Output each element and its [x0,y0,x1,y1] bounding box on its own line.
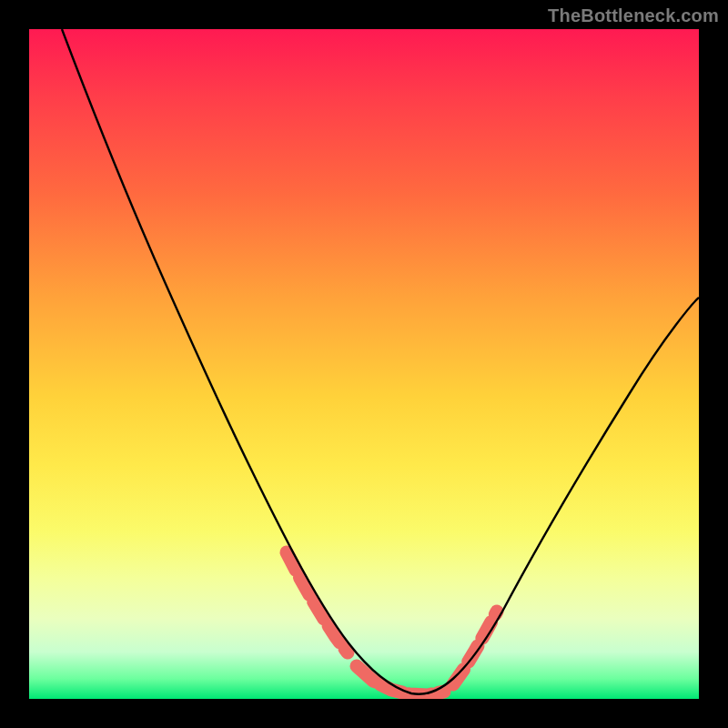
highlight-left [287,552,348,652]
watermark-text: TheBottleneck.com [548,5,719,26]
curve-layer [29,29,699,699]
plot-area [29,29,699,699]
bottleneck-curve [62,29,699,694]
chart-frame: TheBottleneck.com [0,0,728,728]
highlight-floor [357,666,444,695]
